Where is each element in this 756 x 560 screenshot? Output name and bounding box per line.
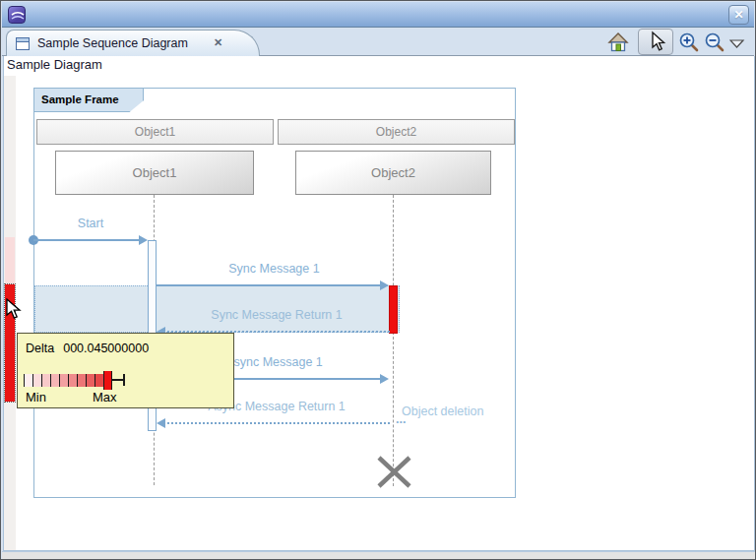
delta-scale bbox=[24, 369, 125, 391]
scale-tail-line bbox=[112, 379, 123, 381]
message-label-sync1-return[interactable]: Sync Message Return 1 bbox=[158, 308, 395, 322]
view-menu-button[interactable] bbox=[729, 35, 747, 47]
message-line-sync1[interactable] bbox=[157, 284, 383, 286]
lifeline-header-object1[interactable]: Object1 bbox=[36, 119, 274, 145]
lifeline-box-object1[interactable]: Object1 bbox=[55, 151, 254, 195]
scale-segment bbox=[86, 374, 94, 387]
frame-label[interactable]: Sample Frame bbox=[33, 88, 144, 112]
select-arrow-icon bbox=[639, 30, 672, 54]
message-line-async1-return[interactable] bbox=[163, 422, 390, 424]
window-close-button[interactable]: ✕ bbox=[728, 5, 749, 25]
zoom-out-icon bbox=[703, 31, 728, 54]
arrowhead-async1 bbox=[380, 374, 389, 384]
app-window: ✕ Sample Sequence Diagram ✕ bbox=[0, 0, 756, 560]
stop-x-icon bbox=[376, 455, 412, 489]
message-label-sync1[interactable]: Sync Message 1 bbox=[158, 262, 390, 276]
zoom-out-button[interactable] bbox=[703, 31, 728, 54]
scale-segment bbox=[94, 374, 103, 387]
eclipse-app-icon bbox=[8, 6, 26, 24]
arrowhead-async1-return bbox=[157, 418, 165, 428]
lifeline-box-object2[interactable]: Object2 bbox=[295, 151, 491, 195]
arrow-cursor-icon bbox=[6, 298, 24, 322]
time-compression-segment-small[interactable] bbox=[5, 237, 15, 284]
arrowhead-start bbox=[139, 235, 148, 245]
message-label-object-deletion[interactable]: Object deletion bbox=[402, 404, 510, 418]
scale-segment bbox=[103, 371, 112, 390]
scale-end-tick bbox=[123, 374, 125, 386]
delta-row: Delta000.045000000 bbox=[26, 342, 149, 355]
scale-segment bbox=[41, 374, 50, 387]
home-button[interactable] bbox=[605, 31, 631, 54]
zoom-in-icon bbox=[677, 31, 703, 54]
zoom-in-button[interactable] bbox=[677, 31, 703, 54]
chevron-down-icon bbox=[729, 39, 745, 49]
scale-max-label: Max bbox=[93, 390, 117, 404]
message-label-start[interactable]: Start bbox=[61, 217, 120, 230]
lifeline-header-object2[interactable]: Object2 bbox=[278, 119, 515, 145]
scale-segment bbox=[50, 374, 59, 387]
delta-tooltip: Delta000.045000000 Min Max bbox=[17, 333, 234, 408]
sequence-diagram-view-icon bbox=[16, 37, 30, 50]
delta-value: 000.045000000 bbox=[63, 342, 149, 355]
window-bottom-border bbox=[2, 551, 756, 560]
scale-segment bbox=[32, 374, 41, 387]
tab-close-icon[interactable]: ✕ bbox=[214, 36, 222, 49]
diagram-title: Sample Diagram bbox=[7, 57, 102, 72]
message-line-start[interactable] bbox=[33, 239, 145, 241]
mouse-cursor bbox=[6, 298, 24, 322]
delta-label: Delta bbox=[26, 342, 54, 355]
tab-title: Sample Sequence Diagram bbox=[37, 36, 188, 50]
scale-min-label: Min bbox=[26, 390, 46, 404]
scale-segment bbox=[59, 374, 68, 387]
scale-segment bbox=[24, 374, 32, 387]
stop-symbol[interactable] bbox=[376, 455, 412, 489]
view-tabbar: Sample Sequence Diagram ✕ bbox=[2, 28, 754, 56]
home-icon bbox=[605, 31, 631, 54]
arrowhead-sync1 bbox=[380, 280, 389, 290]
eclipse-logo-icon bbox=[9, 7, 27, 25]
window-titlebar[interactable]: ✕ bbox=[2, 2, 754, 28]
scale-segment bbox=[68, 374, 77, 387]
ellipsis-message[interactable]: ... bbox=[396, 412, 415, 426]
select-tool-button[interactable] bbox=[638, 29, 673, 55]
lifeline-object2[interactable] bbox=[393, 195, 394, 486]
scale-segment bbox=[77, 374, 86, 387]
tab-sample-sequence-diagram[interactable]: Sample Sequence Diagram ✕ bbox=[6, 30, 260, 56]
